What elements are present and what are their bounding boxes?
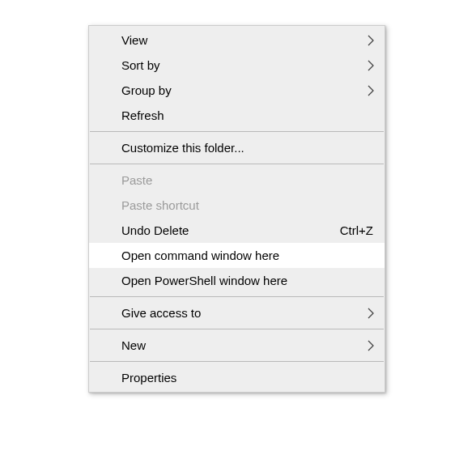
chevron-right-icon [367, 60, 375, 71]
menu-item-view[interactable]: View [89, 28, 385, 53]
menu-item-refresh[interactable]: Refresh [89, 103, 385, 128]
chevron-right-icon [367, 35, 375, 46]
menu-item-label: Paste [121, 173, 373, 187]
menu-item-paste: Paste [89, 168, 385, 193]
context-menu[interactable]: View Sort by Group by Refresh Customize … [88, 25, 385, 393]
menu-item-label: Open command window here [121, 249, 373, 262]
menu-separator [90, 296, 384, 297]
menu-item-label: Give access to [121, 306, 373, 320]
menu-item-label: Open PowerShell window here [121, 274, 373, 287]
chevron-right-icon [367, 308, 375, 319]
menu-separator [90, 131, 384, 132]
menu-item-label: New [121, 338, 373, 352]
menu-separator [90, 361, 384, 362]
menu-item-label: Paste shortcut [121, 198, 373, 212]
menu-item-paste-shortcut: Paste shortcut [89, 193, 385, 218]
chevron-right-icon [367, 340, 375, 351]
menu-item-label: View [121, 33, 373, 47]
chevron-right-icon [367, 85, 375, 96]
menu-item-customize[interactable]: Customize this folder... [89, 135, 385, 160]
menu-item-label: Undo Delete [121, 223, 325, 237]
menu-item-properties[interactable]: Properties [89, 365, 385, 390]
menu-item-shortcut: Ctrl+Z [325, 223, 373, 237]
menu-item-sort-by[interactable]: Sort by [89, 53, 385, 78]
menu-separator [90, 329, 384, 329]
menu-item-label: Properties [121, 371, 373, 385]
menu-item-give-access[interactable]: Give access to [89, 300, 385, 325]
menu-item-open-cmd[interactable]: Open command window here [89, 243, 385, 268]
menu-item-label: Group by [121, 83, 373, 97]
menu-item-new[interactable]: New [89, 333, 385, 358]
menu-item-label: Sort by [121, 58, 373, 72]
menu-item-undo-delete[interactable]: Undo Delete Ctrl+Z [89, 218, 385, 243]
menu-item-open-powershell[interactable]: Open PowerShell window here [89, 268, 385, 293]
menu-item-group-by[interactable]: Group by [89, 78, 385, 103]
menu-item-label: Refresh [121, 108, 373, 122]
menu-separator [90, 164, 384, 164]
menu-item-label: Customize this folder... [121, 141, 373, 155]
